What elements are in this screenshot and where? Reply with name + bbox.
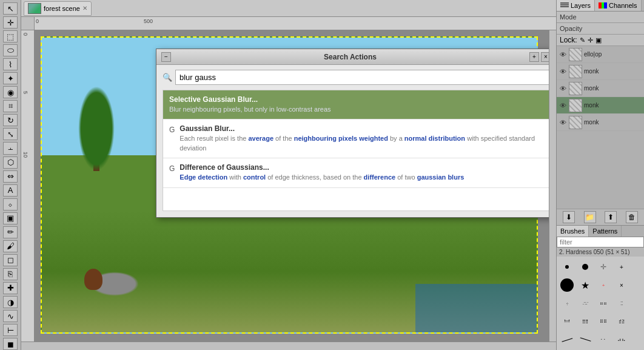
- tool-rect-select[interactable]: ⬚: [3, 30, 18, 42]
- brush-item-scatter3[interactable]: ⠶⠶: [595, 295, 612, 312]
- search-actions-dialog[interactable]: − Search Actions + × 🔍: [156, 49, 549, 218]
- tool-bucket[interactable]: ⬦: [3, 198, 18, 210]
- brush-item-scatter5[interactable]: ⠷⠾: [558, 313, 575, 330]
- result-3-description: Edge detection with control of edge thic…: [179, 173, 543, 182]
- lock-position-button[interactable]: ✛: [588, 36, 593, 44]
- vertical-ruler: 0 5 10: [21, 30, 35, 342]
- tool-arrow[interactable]: ↖: [3, 2, 18, 15]
- brush-item-line2[interactable]: ╲: [577, 331, 594, 348]
- tool-smudge[interactable]: ∿: [3, 310, 18, 322]
- result-3-title: Difference of Gaussians...: [179, 163, 543, 172]
- tab-layers[interactable]: Layers: [557, 0, 595, 11]
- layer-1-visibility[interactable]: 👁: [558, 68, 567, 75]
- brushes-panel: Brushes Patterns 2. Hardness 050 (51 × 5…: [557, 225, 644, 350]
- brush-item-tiny-dot[interactable]: [558, 258, 575, 275]
- tool-pencil[interactable]: ✏: [3, 226, 18, 238]
- patterns-tab[interactable]: Patterns: [589, 226, 622, 237]
- search-input[interactable]: [175, 70, 549, 85]
- result-selective-gaussian-blur[interactable]: Selective Gaussian Blur... Blur neighbou…: [163, 90, 549, 119]
- lock-text-label: Lock:: [560, 36, 577, 44]
- brush-item-scatter7[interactable]: ⠿⠿: [595, 313, 612, 330]
- brush-item-scatter1[interactable]: ·:·: [558, 295, 575, 312]
- brushes-grid: ✛ + ★ + × ·:· ∴∵ ⠶⠶ ⁚⁚ ⠷⠾ ⣿⣿ ⠿⠿ ⣾⣽ ╱ ╲ ⠂…: [557, 257, 644, 350]
- tool-crop[interactable]: ⌗: [3, 100, 18, 112]
- tool-flip[interactable]: ⇔: [3, 170, 18, 183]
- dialog-titlebar: − Search Actions + ×: [156, 49, 549, 65]
- tab-channels[interactable]: Channels: [595, 0, 641, 11]
- canvas-work-area[interactable]: − Search Actions + × 🔍: [35, 30, 549, 342]
- brush-hardness-label: 2. Hardness 050 (51 × 51): [557, 247, 644, 257]
- result-1-title: Selective Gaussian Blur...: [169, 95, 543, 104]
- search-icon: 🔍: [163, 73, 172, 82]
- tool-measure[interactable]: ⊢: [3, 324, 18, 336]
- layer-3-visibility[interactable]: 👁: [558, 102, 567, 109]
- brush-item-star[interactable]: ★: [577, 277, 594, 294]
- layer-item-4[interactable]: 👁 monk: [557, 114, 644, 131]
- tool-fuzzy-select[interactable]: ✦: [3, 72, 18, 84]
- new-layer-button[interactable]: ⬇: [563, 211, 575, 223]
- raise-layer-button[interactable]: ⬆: [605, 211, 617, 223]
- layer-0-visibility[interactable]: 👁: [558, 51, 567, 58]
- tool-ellipse-select[interactable]: ⬭: [3, 44, 18, 56]
- tool-lasso[interactable]: ⌇: [3, 58, 18, 70]
- result-gaussian-blur[interactable]: G Gaussian Blur... Each result pixel is …: [163, 119, 549, 158]
- new-group-button[interactable]: 📁: [584, 211, 596, 223]
- tool-move[interactable]: ✛: [3, 16, 18, 29]
- tool-paintbrush[interactable]: 🖌: [3, 240, 18, 252]
- dialog-close-button[interactable]: ×: [541, 52, 549, 62]
- lock-alpha-button[interactable]: ▣: [595, 36, 602, 44]
- layer-item-1[interactable]: 👁 monk: [557, 63, 644, 80]
- opacity-row: Opacity: [557, 23, 644, 35]
- layer-2-visibility[interactable]: 👁: [558, 85, 567, 92]
- brush-item-cross2[interactable]: +: [595, 277, 612, 294]
- layer-3-thumbnail: [569, 99, 582, 112]
- tool-eraser[interactable]: ◻: [3, 254, 18, 266]
- lock-row: Lock: ✎ ✛ ▣: [557, 35, 644, 46]
- brush-item-plus[interactable]: +: [613, 258, 630, 275]
- brush-item-scatter2[interactable]: ∴∵: [577, 295, 594, 312]
- brush-item-cross[interactable]: ✛: [595, 258, 612, 275]
- brush-item-scatter9[interactable]: ⠂⠂: [595, 331, 612, 348]
- brush-item-scatter6[interactable]: ⣿⣿: [577, 313, 594, 330]
- brush-item-large-circle[interactable]: [558, 277, 575, 294]
- tool-color-select[interactable]: ◉: [3, 86, 18, 98]
- vertical-scrollbar[interactable]: [549, 30, 556, 342]
- brushes-filter-input[interactable]: [557, 237, 644, 247]
- layer-item-2[interactable]: 👁 monk: [557, 80, 644, 97]
- horizontal-scrollbar[interactable]: [21, 342, 556, 350]
- tool-colors-fg-bg[interactable]: ◼: [3, 338, 18, 350]
- tool-scale[interactable]: ⤡: [3, 128, 18, 140]
- canvas-container: 0 500 0 5 10: [21, 17, 556, 350]
- tool-dodge[interactable]: ◑: [3, 296, 18, 308]
- ruler-v-tick-10: 10: [22, 152, 29, 158]
- result-difference-of-gaussians[interactable]: G Difference of Gaussians... Edge detect…: [163, 158, 549, 187]
- brush-item-plus2[interactable]: ×: [613, 277, 630, 294]
- tool-shear[interactable]: ⫠: [3, 142, 18, 154]
- delete-layer-button[interactable]: 🗑: [626, 211, 638, 223]
- layer-item-0[interactable]: 👁 ello|op: [557, 46, 644, 63]
- lock-pixels-button[interactable]: ✎: [580, 36, 585, 44]
- tool-perspective[interactable]: ⬡: [3, 156, 18, 169]
- image-tab[interactable]: forest scene ✕: [24, 1, 92, 16]
- tool-clone[interactable]: ⎘: [3, 268, 18, 280]
- ruler-v-tick-0: 0: [22, 33, 29, 36]
- brush-item-scatter4[interactable]: ⁚⁚: [613, 295, 630, 312]
- layer-4-visibility[interactable]: 👁: [558, 119, 567, 126]
- dialog-minimize-button[interactable]: −: [161, 52, 171, 62]
- result-2-icon: G: [169, 126, 175, 134]
- brushes-tab[interactable]: Brushes: [557, 226, 589, 237]
- tool-gradient[interactable]: ▣: [3, 212, 18, 224]
- tool-rotate[interactable]: ↻: [3, 114, 18, 126]
- dialog-maximize-button[interactable]: +: [529, 52, 539, 62]
- layer-item-3[interactable]: 👁 monk: [557, 97, 644, 114]
- brush-item-small-dot[interactable]: [577, 258, 594, 275]
- tool-text[interactable]: A: [3, 184, 18, 197]
- opacity-label: Opacity: [560, 25, 582, 32]
- brush-item-line1[interactable]: ╱: [558, 331, 575, 348]
- tab-label: forest scene: [44, 5, 80, 12]
- layer-1-name: monk: [584, 68, 642, 75]
- tab-close-button[interactable]: ✕: [82, 5, 87, 12]
- tool-heal[interactable]: ✚: [3, 282, 18, 294]
- brush-item-scatter10[interactable]: ⠴⠦: [613, 331, 630, 348]
- brush-item-scatter8[interactable]: ⣾⣽: [613, 313, 630, 330]
